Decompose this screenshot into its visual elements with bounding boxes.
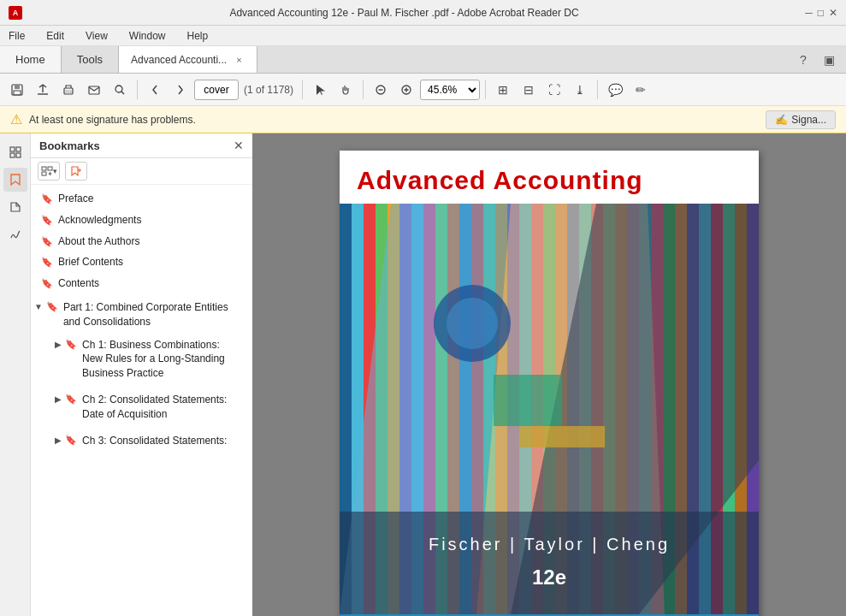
upload-btn[interactable]: [31, 78, 55, 102]
zoom-in-btn[interactable]: [394, 78, 418, 102]
panel-bookmark-icon[interactable]: [3, 168, 27, 192]
toolbar-separator-4: [485, 80, 486, 99]
signature-label: Signa...: [791, 114, 826, 126]
bookmark-icon: 🔖: [41, 192, 53, 205]
tab-tools[interactable]: Tools: [62, 46, 119, 73]
bookmark-ch1-label: Ch 1: Business Combinations: New Rules f…: [82, 338, 239, 381]
bookmark-group-part1: ▼ 🔖 Part 1: Combined Corporate Entities …: [31, 294, 252, 457]
toolbar-separator-2: [302, 80, 303, 99]
app-icon: A: [9, 6, 22, 20]
bookmark-group-part1-header[interactable]: ▼ 🔖 Part 1: Combined Corporate Entities …: [34, 298, 246, 332]
tab-right-icons: ? ▣: [793, 46, 846, 73]
bookmarks-toolbar: ▾: [31, 158, 252, 185]
select-tool-btn[interactable]: [308, 78, 332, 102]
page-info: (1 of 1178): [240, 84, 297, 96]
bookmark-icon: 🔖: [41, 256, 53, 269]
tab-close-btn[interactable]: ×: [234, 54, 244, 66]
menu-file[interactable]: File: [4, 28, 29, 44]
close-btn[interactable]: ✕: [829, 7, 837, 19]
menu-help[interactable]: Help: [183, 28, 213, 44]
fit-width-btn[interactable]: ⊟: [517, 78, 541, 102]
next-page-btn[interactable]: [169, 78, 192, 102]
warning-bar: ⚠ At least one signature has problems. ✍…: [0, 106, 846, 133]
tab-document-label: Advanced Accounti...: [131, 54, 227, 66]
toolbar-separator-1: [137, 80, 138, 99]
bookmark-brief-contents[interactable]: 🔖 Brief Contents: [31, 252, 252, 273]
email-btn[interactable]: [82, 78, 106, 102]
tab-home-label: Home: [15, 53, 45, 66]
print-btn[interactable]: [56, 78, 80, 102]
bookmark-ch2-label: Ch 2: Consolidated Statements: Date of A…: [82, 393, 239, 422]
bookmark-contents[interactable]: 🔖 Contents: [31, 273, 252, 294]
fullscreen-btn[interactable]: ⛶: [542, 78, 566, 102]
panel-signature-icon[interactable]: [3, 222, 27, 246]
bookmarks-panel: Bookmarks ✕ ▾ 🔖 Preface: [31, 133, 252, 616]
bookmarks-expand-btn[interactable]: ▾: [38, 162, 60, 181]
bookmarks-close-btn[interactable]: ✕: [234, 139, 244, 152]
menu-bar: File Edit View Window Help: [0, 26, 846, 46]
maximize-btn[interactable]: □: [818, 7, 824, 19]
list-spacer: [31, 457, 252, 474]
help-icon[interactable]: ?: [793, 50, 813, 70]
prev-page-btn[interactable]: [143, 78, 167, 102]
svg-text:12e: 12e: [532, 566, 566, 589]
panel-thumbnail-icon[interactable]: [3, 140, 27, 164]
zoom-select[interactable]: 45.6% 50% 75% 100%: [420, 80, 480, 100]
svg-rect-55: [494, 375, 562, 426]
search-btn[interactable]: [108, 78, 132, 102]
fit-page-btn[interactable]: ⊞: [491, 78, 515, 102]
window-title: Advanced Accounting 12e - Paul M. Fische…: [22, 7, 786, 19]
pdf-viewer[interactable]: Advanced Accounting: [252, 133, 846, 616]
svg-rect-15: [42, 172, 46, 175]
menu-edit[interactable]: Edit: [42, 28, 68, 44]
title-bar: A Advanced Accounting 12e - Paul M. Fisc…: [0, 0, 846, 26]
bookmark-acknowledgments-label: Acknowledgments: [58, 213, 141, 228]
bookmark-part1-label: Part 1: Combined Corporate Entities and …: [63, 300, 246, 329]
expand-icon: ▶: [55, 435, 62, 445]
svg-point-6: [115, 86, 122, 92]
bookmark-preface[interactable]: 🔖 Preface: [31, 188, 252, 210]
bookmark-icon: 🔖: [41, 277, 53, 290]
sign-in-icon[interactable]: ▣: [819, 50, 839, 70]
bookmark-about-authors[interactable]: 🔖 About the Authors: [31, 231, 252, 252]
bookmark-group-ch3-header[interactable]: ▶ 🔖 Ch 3: Consolidated Statements:: [55, 431, 239, 451]
pdf-page: Advanced Accounting: [340, 151, 759, 616]
svg-rect-1: [15, 85, 20, 89]
toolbar-separator-5: [597, 80, 598, 99]
bookmarks-add-btn[interactable]: [65, 162, 87, 181]
zoom-out-btn[interactable]: [369, 78, 393, 102]
bookmark-group-ch1: ▶ 🔖 Ch 1: Business Combinations: New Rul…: [51, 332, 246, 387]
svg-rect-11: [10, 153, 15, 157]
extract-btn[interactable]: ⤓: [568, 78, 592, 102]
panel-icons: [0, 133, 31, 616]
bookmark-group-ch1-header[interactable]: ▶ 🔖 Ch 1: Business Combinations: New Rul…: [55, 335, 239, 383]
page-input[interactable]: [194, 80, 239, 100]
bookmark-icon: 🔖: [41, 235, 53, 248]
svg-rect-12: [16, 153, 21, 157]
signature-btn[interactable]: ✍ Signa...: [766, 110, 836, 129]
panel-attachments-icon[interactable]: [3, 195, 27, 219]
bookmark-icon: 🔖: [65, 394, 77, 405]
expand-icon: ▶: [55, 394, 62, 404]
book-cover: Advanced Accounting: [340, 151, 759, 616]
svg-rect-56: [519, 426, 605, 447]
edit-btn[interactable]: ✏: [629, 78, 653, 102]
bookmark-group-ch2: ▶ 🔖 Ch 2: Consolidated Statements: Date …: [51, 387, 246, 428]
hand-tool-btn[interactable]: [334, 78, 358, 102]
menu-view[interactable]: View: [81, 28, 112, 44]
svg-point-58: [447, 298, 498, 349]
bookmark-acknowledgments[interactable]: 🔖 Acknowledgments: [31, 210, 252, 231]
bookmark-group-ch2-header[interactable]: ▶ 🔖 Ch 2: Consolidated Statements: Date …: [55, 390, 239, 424]
svg-text:Fischer | Taylor | Cheng: Fischer | Taylor | Cheng: [429, 535, 670, 554]
bookmark-group-part1-children: ▶ 🔖 Ch 1: Business Combinations: New Rul…: [34, 332, 246, 454]
signature-icon: ✍: [775, 114, 788, 126]
comment-btn[interactable]: 💬: [603, 78, 627, 102]
tab-document[interactable]: Advanced Accounti... ×: [119, 46, 257, 73]
minimize-btn[interactable]: ─: [805, 7, 813, 19]
save-btn[interactable]: [5, 78, 29, 102]
tab-home[interactable]: Home: [0, 46, 62, 73]
tab-tools-label: Tools: [77, 53, 103, 66]
svg-rect-2: [14, 91, 21, 95]
menu-window[interactable]: Window: [125, 28, 170, 44]
bookmark-icon: 🔖: [41, 214, 53, 227]
